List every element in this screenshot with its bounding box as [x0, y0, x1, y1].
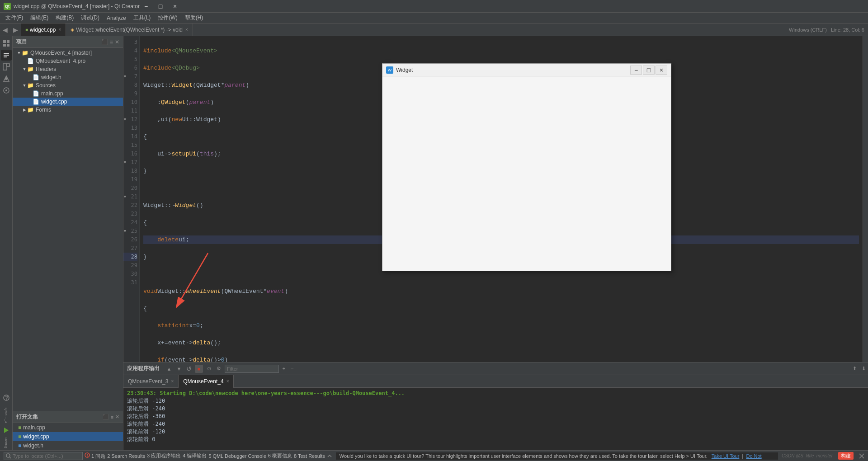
take-tour-link[interactable]: Take UI Tour [712, 453, 740, 459]
svg-rect-3 [7, 44, 9, 47]
menu-edit[interactable]: 编辑(E) [27, 13, 52, 23]
tabbar: ◀ ▶ ■ widget.cpp × ◈ Widget::wheelEvent(… [0, 24, 868, 36]
sidebar-project-label[interactable]: QMo…_4 [4, 408, 8, 423]
status-compile-output[interactable]: 4 编译输出 [183, 452, 207, 459]
headers-label: Headers [36, 66, 56, 72]
menu-debug[interactable]: 调试(D) [77, 13, 103, 23]
fold-25[interactable]: ▼ [123, 227, 127, 235]
sidebar-item-projects[interactable] [1, 85, 12, 96]
open-files-btn1[interactable]: ⬛ [103, 414, 109, 420]
status-problems[interactable]: 1 问题 [85, 452, 105, 460]
open-files-btn2[interactable]: ≡ [111, 414, 113, 420]
output-add-btn[interactable]: + [280, 365, 288, 373]
chevron-up-icon[interactable] [327, 453, 332, 459]
tree-headers-folder[interactable]: ▼ 📁 Headers [13, 65, 123, 73]
statusbar-close-icon[interactable] [859, 453, 864, 459]
sidebar-run-button[interactable] [1, 425, 12, 436]
status-app-output[interactable]: 3 应用程序输出 [147, 452, 181, 459]
close-button[interactable]: × [169, 2, 181, 11]
output-attach-btn[interactable]: ⊙ [205, 365, 213, 373]
tab-func-icon: ◈ [71, 27, 74, 32]
widget-minimize-button[interactable]: − [630, 66, 642, 75]
svg-point-10 [5, 77, 8, 80]
status-search-results[interactable]: 2 Search Results [107, 453, 145, 459]
tree-pro-file[interactable]: 📄 QMouseEvent_4.pro [13, 57, 123, 65]
output-scroll-up[interactable]: ▲ [165, 365, 173, 373]
sidebar-item-welcome[interactable] [1, 38, 12, 49]
status-qml-console[interactable]: 5 QML Debugger Console [208, 453, 266, 459]
tree-forms-folder[interactable]: ▶ 📁 Forms [13, 106, 123, 114]
project-panel-btn1[interactable]: ⬛ [101, 39, 108, 45]
fold-7[interactable]: ▼ [123, 72, 127, 81]
svg-point-12 [5, 89, 7, 91]
statusbar: 1 问题 2 Search Results 3 应用程序输出 4 编译输出 5 … [0, 450, 868, 461]
tree-main-cpp[interactable]: 📄 main.cpp [13, 89, 123, 98]
menu-tools[interactable]: 工具(L) [130, 13, 155, 23]
output-tab3-close[interactable]: × [171, 379, 174, 384]
widget-titlebar: W Widget − □ × [382, 64, 671, 76]
output-cn-5: 滚轮前滑 -120 [127, 428, 165, 435]
output-title: 应用程序输出 [123, 365, 163, 372]
output-stop-btn[interactable]: ■ [195, 365, 203, 373]
tree-root[interactable]: ▼ 📁 QMouseEvent_4 [master] [13, 49, 123, 57]
output-tab-qmouse3[interactable]: QMouseEvent_3 × [123, 375, 179, 388]
minimize-button[interactable]: − [140, 2, 152, 11]
output-scroll-down[interactable]: ▼ [175, 365, 183, 373]
tab-scroll-left[interactable]: ◀ [0, 26, 10, 33]
menu-help[interactable]: 帮助(H) [181, 13, 207, 23]
output-remove-btn[interactable]: − [288, 365, 296, 373]
widget-close-button[interactable]: × [656, 66, 667, 75]
open-file-widget-cpp[interactable]: ■ widget.cpp [13, 432, 123, 441]
output-tab4-close[interactable]: × [226, 379, 229, 384]
widget-maximize-button[interactable]: □ [643, 66, 655, 75]
status-search-box[interactable] [4, 452, 83, 460]
svg-rect-0 [3, 40, 6, 43]
editor-scrollbar[interactable] [863, 36, 868, 362]
menubar: 文件(F) 编辑(E) 构建(B) 调试(D) Analyze 工具(L) 控件… [0, 13, 868, 24]
fold-17[interactable]: ▼ [123, 158, 127, 167]
sidebar-item-edit[interactable] [1, 50, 12, 61]
open-file-widget-h[interactable]: ■ widget.h [13, 441, 123, 450]
tab-close-wheel-func[interactable]: × [185, 27, 188, 32]
forms-label: Forms [36, 107, 51, 113]
sidebar-debug-label: Debug [4, 437, 8, 448]
sidebar-item-debug[interactable] [1, 73, 12, 84]
build-button[interactable]: 构建 [838, 452, 854, 460]
maximize-button[interactable]: □ [154, 2, 167, 11]
tab-close-widget-cpp[interactable]: × [58, 27, 61, 32]
status-search-input[interactable] [13, 453, 80, 459]
status-general-messages[interactable]: 6 概要信息 [268, 452, 292, 459]
fold-21[interactable]: ▼ [123, 193, 127, 201]
do-not-link[interactable]: Do Not [746, 453, 761, 459]
title-text: widget.cpp @ QMouseEvent_4 [master] - Qt… [14, 3, 140, 9]
open-file-main-cpp[interactable]: ■ main.cpp [13, 423, 123, 432]
project-panel-btn3[interactable]: ✕ [115, 39, 119, 45]
output-scroll-to-top[interactable]: ⬆ [850, 364, 859, 373]
tab-wheel-func[interactable]: ◈ Widget::wheelEvent(QWheelEvent *) -> v… [66, 24, 193, 36]
output-tabs: QMouseEvent_3 × QMouseEvent_4 × [123, 375, 868, 388]
open-files-btn3[interactable]: ✕ [115, 414, 119, 420]
output-content[interactable]: 23:30:43: Starting D:\code\newcode here\… [123, 388, 868, 450]
tab-widget-cpp[interactable]: ■ widget.cpp × [21, 24, 66, 36]
widget-cpp-label: widget.cpp [41, 99, 67, 105]
tree-widget-h[interactable]: 📄 widget.h [13, 73, 123, 81]
output-rerun-btn[interactable]: ↺ [185, 365, 193, 373]
output-toolbar-buttons: ▲ ▼ ↺ ■ ⊙ ⚙ [165, 365, 223, 373]
menu-widgets[interactable]: 控件(W) [154, 13, 181, 23]
output-scroll-to-bottom[interactable]: ⬇ [859, 364, 868, 373]
output-tab-qmouse4[interactable]: QMouseEvent_4 × [179, 375, 234, 388]
headers-folder-icon: 📁 [27, 66, 34, 72]
sidebar-item-help[interactable]: ? [1, 392, 12, 403]
tree-widget-cpp[interactable]: 📄 widget.cpp [13, 98, 123, 106]
sidebar-item-design[interactable] [1, 61, 12, 72]
status-test-results[interactable]: 8 Test Results [294, 453, 325, 459]
fold-12[interactable]: ▼ [123, 115, 127, 124]
menu-build[interactable]: 构建(B) [52, 13, 77, 23]
project-panel-btn2[interactable]: ≡ [110, 39, 113, 45]
tab-scroll-right[interactable]: ▶ [10, 26, 21, 33]
output-settings-btn[interactable]: ⚙ [215, 365, 223, 373]
menu-analyze[interactable]: Analyze [103, 14, 130, 22]
output-filter-input[interactable] [225, 365, 279, 373]
menu-file[interactable]: 文件(F) [2, 13, 27, 23]
tree-sources-folder[interactable]: ▼ 📁 Sources [13, 81, 123, 89]
